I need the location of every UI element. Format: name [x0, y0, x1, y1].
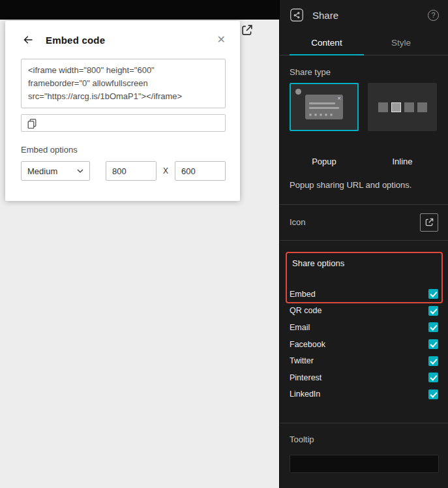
- size-preset-value: Medium: [27, 166, 57, 176]
- height-input[interactable]: [175, 161, 226, 181]
- facebook-checkbox[interactable]: [428, 339, 438, 349]
- qr-code-checkbox[interactable]: [428, 306, 438, 316]
- width-input[interactable]: [106, 161, 157, 181]
- export-icon[interactable]: [241, 23, 254, 37]
- option-label: Twitter: [290, 356, 314, 365]
- option-label: QR code: [290, 306, 321, 315]
- share-type-description: Popup sharing URL and options.: [290, 180, 411, 190]
- share-option-embed: Embed: [290, 286, 438, 303]
- inline-square: [417, 102, 427, 112]
- share-option-email: Email: [290, 319, 438, 336]
- option-label: LinkedIn: [290, 389, 320, 399]
- email-checkbox[interactable]: [428, 322, 438, 332]
- copy-bar[interactable]: [21, 114, 226, 132]
- share-widget-icon: [289, 7, 305, 23]
- size-preset-select[interactable]: Medium: [21, 161, 90, 181]
- app-topbar: [0, 0, 279, 20]
- screen: Embed code ✕ <iframe width="800" height=…: [0, 0, 448, 488]
- popup-preview: ✕: [305, 95, 343, 119]
- preview-line: [309, 102, 335, 104]
- share-option-facebook: Facebook: [290, 336, 438, 353]
- share-type-inline-card[interactable]: [368, 83, 437, 131]
- share-settings-panel: Share ? Content Style Share type ✕: [279, 0, 448, 488]
- divider: [280, 423, 448, 423]
- inline-square: [378, 102, 388, 112]
- preview-dots: [309, 114, 333, 116]
- back-arrow-icon[interactable]: [22, 34, 34, 46]
- embed-options-label: Embed options: [21, 145, 240, 155]
- icon-picker-button[interactable]: [420, 213, 438, 232]
- embed-checkbox[interactable]: [428, 289, 438, 299]
- popup-card-label: Popup: [290, 157, 359, 166]
- panel-title: Share: [312, 10, 338, 21]
- embed-code-textarea[interactable]: <iframe width="800" height="600" framebo…: [21, 59, 226, 108]
- share-type-popup-card[interactable]: ✕: [290, 83, 359, 131]
- share-option-twitter: Twitter: [290, 352, 438, 369]
- share-type-label: Share type: [290, 67, 331, 77]
- copy-icon[interactable]: [27, 118, 37, 129]
- share-option-qr-code: QR code: [290, 303, 438, 320]
- preview-dot-icon: [295, 89, 301, 95]
- chevron-down-icon: [77, 169, 83, 173]
- twitter-checkbox[interactable]: [428, 356, 438, 366]
- tab-content[interactable]: Content: [290, 30, 364, 55]
- share-option-pinterest: Pinterest: [290, 369, 438, 386]
- tab-style[interactable]: Style: [364, 30, 438, 55]
- dialog-title: Embed code: [46, 35, 105, 46]
- tooltip-input[interactable]: [290, 455, 439, 473]
- inline-card-label: Inline: [368, 157, 437, 166]
- panel-header: Share ?: [280, 0, 448, 30]
- pinterest-checkbox[interactable]: [428, 373, 438, 382]
- share-options-label: Share options: [292, 258, 344, 268]
- dimension-separator: X: [163, 166, 168, 175]
- option-label: Pinterest: [290, 373, 321, 382]
- settings-tabs: Content Style: [280, 30, 448, 55]
- option-label: Facebook: [290, 340, 325, 349]
- tooltip-label: Tooltip: [290, 435, 314, 444]
- embed-size-controls: Medium X: [21, 161, 226, 181]
- share-option-linkedin: LinkedIn: [290, 386, 438, 403]
- app-canvas: Embed code ✕ <iframe width="800" height=…: [0, 0, 279, 488]
- divider: [280, 240, 448, 241]
- inline-preview: [368, 83, 437, 131]
- icon-section: Icon: [290, 204, 438, 240]
- preview-line: [309, 107, 339, 109]
- option-label: Email: [290, 323, 310, 332]
- embed-code-dialog: Embed code ✕ <iframe width="800" height=…: [5, 21, 240, 201]
- share-options-list: Embed QR code Email Facebook Twitter Pin…: [290, 286, 438, 403]
- popup-close-icon: ✕: [337, 95, 341, 101]
- linkedin-checkbox[interactable]: [428, 389, 438, 399]
- inline-square-active: [391, 102, 401, 112]
- close-icon[interactable]: ✕: [217, 35, 226, 45]
- option-label: Embed: [290, 290, 316, 299]
- help-icon[interactable]: ?: [428, 10, 439, 21]
- inline-square: [404, 102, 414, 112]
- icon-section-label: Icon: [290, 217, 306, 227]
- dialog-header: Embed code ✕: [5, 21, 240, 47]
